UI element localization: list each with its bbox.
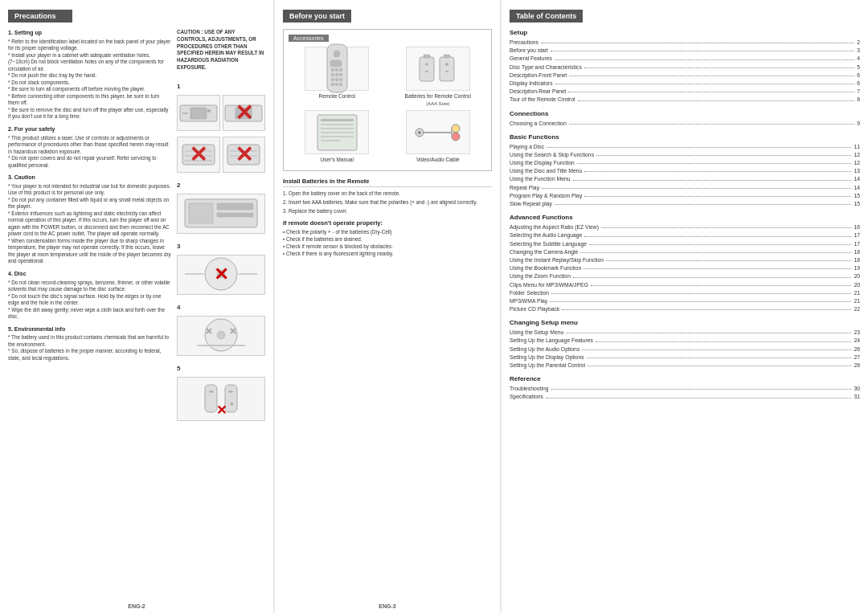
toc-page: 14 [854,184,860,192]
img-device-5 [177,316,265,356]
svg-point-36 [335,68,338,72]
toc-page: 5 [857,63,860,72]
toc-page: 4 [857,55,860,63]
toc-item-label: Tour of the Remote Control [510,96,575,104]
acc-cable-image [406,110,470,154]
toc-page: 20 [854,281,860,289]
toc-page: 16 [854,223,860,231]
toc-item-label: Using the Disc and Title Menu [510,167,582,175]
toc-group: ReferenceTroubleshooting30Specifications… [510,375,860,401]
toc-item-label: Setting Up the Audio Options [510,345,579,353]
precautions-footer: ENG-2 [128,603,145,609]
toc-item-label: General Features [510,55,552,63]
toc-item: Slow Repeat play15 [510,200,860,208]
toc-page: 12 [854,151,860,159]
toc-item-label: Repeat Play [510,184,539,192]
toc-page: 7 [857,88,860,96]
svg-point-44 [331,83,334,86]
toc-dots [580,247,851,253]
svg-point-38 [331,73,334,76]
prec-item-1: 1. Setting up * Refer to the identificat… [8,29,172,121]
toc-dots [588,360,851,366]
prec-item-3: 3. Caution * Your player is not intended… [8,174,172,265]
svg-point-67 [452,125,460,133]
prec-title-2: 2. For your safety [8,125,172,133]
toc-dots [568,86,854,92]
toc-dots [541,37,854,43]
prec-item-4: 4. Disc * Do not clean record-cleaning s… [8,270,172,321]
toc-page: 14 [854,175,860,183]
toc-item-label: Selecting the Subtitle Language [510,240,587,248]
toc-dots [596,335,852,341]
toc-dots [584,230,851,236]
acc-remote-image [305,47,369,91]
img-device-3 [177,194,265,234]
svg-point-40 [339,73,342,76]
toc-dots [551,45,854,51]
toc-item-label: Using the Setup Menu [510,329,563,337]
svg-rect-52 [440,57,454,81]
toc-header: Table of Contents [510,10,583,22]
img-label-4: 4 [177,304,265,311]
before-section: Before you start Accessories [275,0,500,613]
toc-item: Choosing a Connection9 [510,120,860,128]
if-remote-item-4: • Check if there is any fluorescent ligh… [283,251,492,258]
toc-dots [573,271,852,277]
toc-page: 17 [854,231,860,239]
svg-rect-62 [321,136,354,137]
toc-page: 12 [854,159,860,167]
toc-item: Picture CD Playback22 [510,305,860,313]
img-device-1 [177,95,220,131]
if-remote-section: If remote doesn't operate properly: • Ch… [283,219,492,257]
caution-box: CAUTION : USE OF ANY CONTROLS, ADJUSTMEN… [177,29,265,72]
precautions-header: Precautions [8,10,72,22]
toc-dots [562,304,851,310]
toc-item-label: Before you start [510,47,548,55]
svg-point-42 [335,78,338,81]
accessories-box: Accessories [283,29,492,171]
prec-title-3: 3. Caution [8,174,172,182]
toc-page: 6 [857,72,860,80]
svg-rect-63 [321,140,341,141]
toc-page: 21 [854,297,860,305]
toc-group-title: Connections [510,110,860,117]
toc-page: 2 [857,39,860,47]
toc-page: 23 [854,329,860,337]
svg-rect-59 [321,124,354,125]
caution-text: CAUTION : USE OF ANY CONTROLS, ADJUSTMEN… [177,29,264,70]
toc-dots [542,182,851,189]
toc-group: ConnectionsChoosing a Connection9 [510,110,860,128]
before-footer: ENG-3 [379,603,395,609]
acc-batteries: Batteries for Remote Control (AAA Size) [390,47,487,106]
svg-point-45 [335,83,338,86]
toc-item: Specifications31 [510,393,860,401]
toc-item-label: Precautions [510,39,538,47]
toc-group-title: Changing Setup menu [510,319,860,326]
svg-rect-47 [420,57,434,81]
toc-group: SetupPrecautions2Before you start3Genera… [510,29,860,104]
toc-page: 11 [854,143,860,151]
toc-dots [569,70,854,76]
toc-page: 19 [854,264,860,272]
img-device-2b: ✕ [223,137,266,173]
toc-page: 8 [857,96,860,104]
install-title: Install Batteries in the Remote [283,178,492,187]
toc-item: Tour of the Remote Control8 [510,96,860,104]
toc-item-label: Description-Rear Panel [510,88,566,96]
toc-page: 22 [854,305,860,313]
toc-page: 30 [854,385,860,393]
install-steps: 1. Open the battery cover on the back of… [283,190,492,215]
toc-group: Changing Setup menuUsing the Setup Menu2… [510,319,860,370]
toc-dots [578,94,855,100]
img-label-1: 1 [177,83,265,90]
accessories-grid: Remote Control [289,47,486,162]
acc-manual: User's Manual [289,110,386,162]
svg-rect-60 [321,128,354,129]
toc-page: 6 [857,80,860,88]
install-section: Install Batteries in the Remote 1. Open … [283,178,492,215]
precautions-right: CAUTION : USE OF ANY CONTROLS, ADJUSTMEN… [177,29,265,423]
install-step-2: 2. Insert two AAA batteries. Make sure t… [283,199,492,206]
toc-page: 24 [854,337,860,345]
img-device-4: ✕ [177,255,265,295]
acc-cable-label: Video/Audio Cable [416,157,460,162]
